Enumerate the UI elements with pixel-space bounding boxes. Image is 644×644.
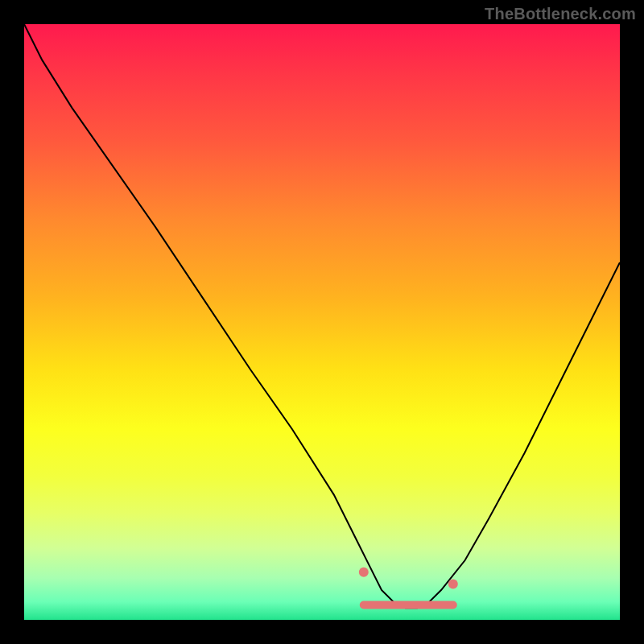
optimal-point-left [359, 568, 369, 577]
chart-container: TheBottleneck.com [0, 0, 644, 644]
plot-area [24, 24, 620, 620]
bottleneck-curve [24, 24, 620, 608]
optimal-point-right [448, 580, 458, 589]
curve-svg [24, 24, 620, 620]
watermark-label: TheBottleneck.com [485, 5, 636, 23]
